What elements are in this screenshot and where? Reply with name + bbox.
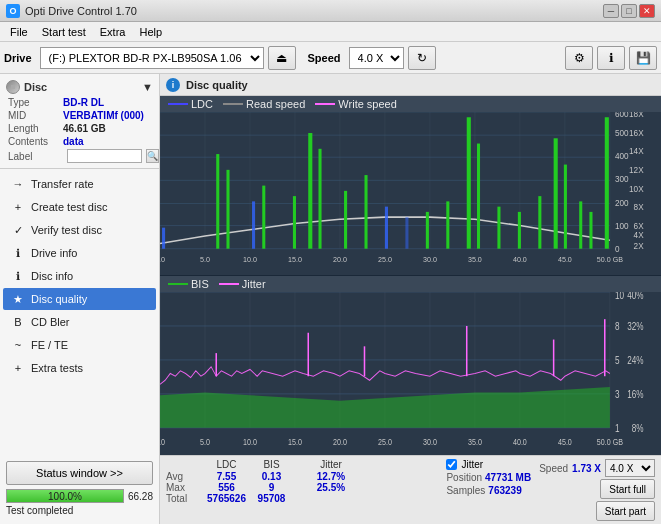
sidebar-item-create-test-disc[interactable]: + Create test disc	[3, 196, 156, 218]
progress-text: 100.0%	[48, 491, 82, 502]
svg-rect-41	[589, 212, 592, 249]
svg-text:3: 3	[615, 388, 620, 400]
svg-rect-38	[554, 138, 558, 248]
mid-value: VERBATIMf (000)	[63, 110, 144, 121]
samples-label: Samples	[446, 485, 485, 496]
max-jitter-value: 25.5%	[306, 482, 356, 493]
svg-rect-27	[344, 191, 347, 249]
sidebar-item-cd-bler[interactable]: B CD Bler	[3, 311, 156, 333]
speed-label: Speed	[308, 52, 341, 64]
start-full-button[interactable]: Start full	[600, 479, 655, 499]
stats-empty-header	[166, 459, 204, 470]
disc-expand-icon[interactable]: ▼	[142, 81, 153, 93]
speed-label-stats: Speed	[539, 463, 568, 474]
label-row: Label 🔍	[0, 148, 159, 164]
contents-value: data	[63, 136, 84, 147]
refresh-button[interactable]: ↻	[408, 46, 436, 70]
disc-label-input[interactable]	[67, 149, 142, 163]
svg-text:5: 5	[615, 354, 620, 366]
svg-text:35.0: 35.0	[468, 255, 482, 264]
legend-jitter: Jitter	[219, 278, 266, 290]
svg-text:1: 1	[615, 422, 620, 434]
stats-speed-select[interactable]: 4.0 X	[605, 459, 655, 477]
label-button[interactable]: 🔍	[146, 149, 159, 163]
stats-header-row: LDC BIS Jitter	[166, 459, 438, 470]
charts-inner: LDC Read speed Write speed	[160, 96, 661, 524]
avg-jitter-value: 12.7%	[306, 471, 356, 482]
svg-rect-29	[385, 207, 388, 249]
disc-info-icon: ℹ	[11, 269, 25, 283]
svg-text:200: 200	[615, 197, 629, 207]
stats-empty4	[294, 482, 306, 493]
sidebar-label-cd-bler: CD Bler	[31, 316, 70, 328]
stats-buttons-section: Speed 1.73 X 4.0 X Start full Start part	[539, 459, 655, 521]
menu-start-test[interactable]: Start test	[36, 24, 92, 40]
sidebar-item-fe-te[interactable]: ~ FE / TE	[3, 334, 156, 356]
sidebar-label-disc-quality: Disc quality	[31, 293, 87, 305]
total-ldc-value: 5765626	[204, 493, 249, 504]
svg-text:0: 0	[615, 244, 620, 254]
maximize-button[interactable]: □	[621, 4, 637, 18]
menu-file[interactable]: File	[4, 24, 34, 40]
minimize-button[interactable]: ─	[603, 4, 619, 18]
titlebar-title: Opti Drive Control 1.70	[25, 5, 137, 17]
svg-text:45.0: 45.0	[558, 255, 572, 264]
eject-button[interactable]: ⏏	[268, 46, 296, 70]
legend-write-speed: Write speed	[315, 98, 397, 110]
mid-row: MID VERBATIMf (000)	[0, 109, 159, 122]
jitter-header: Jitter	[306, 459, 356, 470]
svg-text:5.0: 5.0	[200, 436, 210, 447]
svg-rect-21	[226, 170, 229, 249]
stats-empty6	[306, 493, 356, 504]
titlebar-controls[interactable]: ─ □ ✕	[603, 4, 655, 18]
svg-text:12X: 12X	[629, 165, 644, 175]
speed-select-toolbar[interactable]: 4.0 X	[349, 47, 404, 69]
sidebar-item-disc-info[interactable]: ℹ Disc info	[3, 265, 156, 287]
disc-section-header: Disc ▼	[0, 78, 159, 96]
titlebar-left: O Opti Drive Control 1.70	[6, 4, 137, 18]
menu-extra[interactable]: Extra	[94, 24, 132, 40]
type-row: Type BD-R DL	[0, 96, 159, 109]
jitter-row: Jitter	[446, 459, 531, 470]
nav-section: → Transfer rate + Create test disc ✓ Ver…	[0, 169, 159, 455]
info-button[interactable]: ℹ	[597, 46, 625, 70]
start-part-button[interactable]: Start part	[596, 501, 655, 521]
svg-text:8: 8	[615, 320, 620, 332]
svg-text:40.0: 40.0	[513, 255, 527, 264]
disc-icon	[6, 80, 20, 94]
sidebar-item-drive-info[interactable]: ℹ Drive info	[3, 242, 156, 264]
cd-bler-icon: B	[11, 315, 25, 329]
svg-text:20.0: 20.0	[333, 255, 347, 264]
sidebar-item-transfer-rate[interactable]: → Transfer rate	[3, 173, 156, 195]
svg-text:500: 500	[615, 128, 629, 138]
save-button[interactable]: 💾	[629, 46, 657, 70]
settings-button[interactable]: ⚙	[565, 46, 593, 70]
max-bis-value: 9	[249, 482, 294, 493]
drive-label: Drive	[4, 52, 32, 64]
stats-main-row: LDC BIS Jitter Avg 7.55 0.13 12.7%	[166, 459, 655, 521]
legend-bottom: BIS Jitter	[160, 276, 661, 292]
sidebar-item-disc-quality[interactable]: ★ Disc quality	[3, 288, 156, 310]
chart-title: Disc quality	[186, 79, 248, 91]
jitter-checkbox[interactable]	[446, 459, 457, 470]
menubar: File Start test Extra Help	[0, 22, 661, 42]
svg-text:5.0: 5.0	[200, 255, 210, 264]
disc-section-title: Disc	[24, 81, 47, 93]
jitter-color	[219, 283, 239, 285]
disc-section: Disc ▼ Type BD-R DL MID VERBATIMf (000) …	[0, 74, 159, 169]
close-button[interactable]: ✕	[639, 4, 655, 18]
current-speed-display: 66.28	[128, 491, 153, 502]
total-label: Total	[166, 493, 204, 504]
status-window-button[interactable]: Status window >>	[6, 461, 153, 485]
drive-select[interactable]: (F:) PLEXTOR BD-R PX-LB950SA 1.06	[40, 47, 264, 69]
fe-te-icon: ~	[11, 338, 25, 352]
legend-ldc-label: LDC	[191, 98, 213, 110]
position-label: Position	[446, 472, 482, 483]
sidebar-item-extra-tests[interactable]: + Extra tests	[3, 357, 156, 379]
sidebar-item-verify-test-disc[interactable]: ✓ Verify test disc	[3, 219, 156, 241]
position-value: 47731 MB	[485, 472, 531, 483]
stats-right-section: Jitter Position 47731 MB Samples 763239	[446, 459, 531, 496]
menu-help[interactable]: Help	[133, 24, 168, 40]
svg-text:2X: 2X	[634, 241, 644, 251]
svg-text:10X: 10X	[629, 184, 644, 194]
